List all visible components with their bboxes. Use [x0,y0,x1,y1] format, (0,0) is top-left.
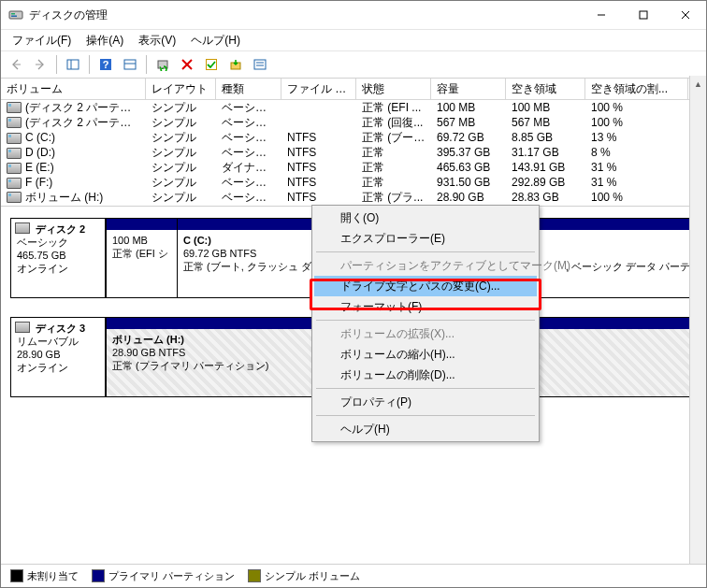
cell-status: 正常 (プラ... [356,190,431,206]
disk3-size: 28.90 GB [17,348,99,361]
cell-volume: F (F:) [1,176,146,189]
menu-view[interactable]: 表示(V) [131,31,183,50]
action-toolbar-button[interactable] [224,53,247,76]
forward-button [29,53,51,76]
ctx-help[interactable]: ヘルプ(H) [314,419,537,439]
table-row[interactable]: (ディスク 2 パーティシ...シンプルベーシック正常 (EFI ...100 … [1,100,706,115]
cell-layout: シンプル [146,100,216,116]
ctx-separator [316,388,535,389]
maximize-button[interactable] [622,2,664,29]
column-header-type[interactable]: 種類 [216,79,281,99]
disk2-header[interactable]: ディスク 2 ベーシック 465.75 GB オンライン [10,218,106,298]
cell-volume: (ディスク 2 パーティシ... [1,100,146,116]
legend-swatch-simple [248,569,261,582]
svg-rect-2 [11,16,17,18]
volume-icon [7,148,22,159]
check-toolbar-button[interactable] [200,53,223,76]
ctx-properties[interactable]: プロパティ(P) [314,392,537,412]
column-header-volume[interactable]: ボリューム [1,79,146,99]
ctx-separator [316,415,535,416]
cell-layout: シンプル [146,130,216,146]
toolbar-separator [89,55,90,74]
table-row[interactable]: ボリューム (H:)シンプルベーシックNTFS正常 (プラ...28.90 GB… [1,190,706,205]
ctx-format[interactable]: フォーマット(F)... [314,296,537,317]
column-header-fs[interactable]: ファイル システム [281,79,356,99]
help-button[interactable]: ? [94,53,117,76]
cell-capacity: 567 MB [431,116,506,129]
column-header-status[interactable]: 状態 [356,79,431,99]
cell-status: 正常 (EFI ... [356,100,431,116]
column-header-layout[interactable]: レイアウト [146,79,216,99]
ctx-separator [316,251,535,252]
disk-management-window: ディスクの管理 ファイル(F) 操作(A) 表示(V) ヘルプ(H) ? ボリュ… [0,0,707,588]
scroll-up-icon[interactable]: ▲ [690,76,706,92]
cell-status: 正常 (回復... [356,115,431,131]
cell-capacity: 395.37 GB [431,146,506,159]
volume-list[interactable]: ボリューム レイアウト 種類 ファイル システム 状態 容量 空き領域 空き領域… [1,79,706,207]
partition-desc: 正常 (ブート, クラッシュ ダ [183,260,311,273]
disk2-type: ベーシック [17,236,99,249]
menu-help[interactable]: ヘルプ(H) [183,31,248,50]
legend-label-simple: シンプル ボリューム [265,569,360,583]
close-button[interactable] [664,2,706,29]
ctx-open[interactable]: 開く(O) [314,208,537,228]
cell-volume: C (C:) [1,131,146,144]
cell-status: 正常 [356,175,431,191]
cell-capacity: 100 MB [431,101,506,114]
show-hide-tree-button[interactable] [62,53,84,76]
ctx-explorer[interactable]: エクスプローラー(E) [314,228,537,249]
svg-rect-9 [67,60,79,69]
volume-icon [7,117,22,128]
window-title: ディスクの管理 [29,7,580,23]
settings-toolbar-button[interactable] [119,53,141,76]
legend-swatch-primary [92,569,105,582]
menu-file[interactable]: ファイル(F) [5,31,79,50]
column-header-capacity[interactable]: 容量 [431,79,506,99]
table-row[interactable]: (ディスク 2 パーティシ...シンプルベーシック正常 (回復...567 MB… [1,115,706,130]
cell-freepct: 31 % [585,161,688,174]
ctx-shrink[interactable]: ボリュームの縮小(H)... [314,344,537,365]
vertical-scrollbar[interactable]: ▲ [689,76,706,565]
svg-rect-13 [124,60,136,69]
disk3-status: オンライン [17,361,99,374]
disk2-partition-efi[interactable]: 100 MB 正常 (EFI シ [106,219,177,297]
toolbar-separator [146,55,147,74]
table-row[interactable]: D (D:)シンプルベーシックNTFS正常395.37 GB31.17 GB8 … [1,145,706,160]
cell-fs: NTFS [281,176,356,189]
table-row[interactable]: F (F:)シンプルベーシックNTFS正常931.50 GB292.89 GB3… [1,175,706,190]
disk2-status: オンライン [17,262,99,275]
volume-icon [7,192,22,203]
menubar: ファイル(F) 操作(A) 表示(V) ヘルプ(H) [1,30,706,51]
cell-free: 8.85 GB [506,131,585,144]
cell-type: ベーシック [216,115,281,131]
cell-layout: シンプル [146,160,216,176]
disk2-partition-c[interactable]: C (C:) 69.72 GB NTFS 正常 (ブート, クラッシュ ダ [177,219,317,297]
cell-type: ベーシック [216,190,281,206]
column-header-freepct[interactable]: 空き領域の割... [585,79,688,99]
volume-icon [7,133,22,144]
disk3-type: リムーバブル [17,335,99,348]
cell-free: 100 MB [506,101,585,114]
toolbar: ? [1,51,706,79]
refresh-button[interactable] [152,53,174,76]
ctx-change-drive-letter[interactable]: ドライブ文字とパスの変更(C)... [314,276,537,296]
ctx-delete[interactable]: ボリュームの削除(D)... [314,365,537,385]
titlebar: ディスクの管理 [1,1,706,30]
cell-freepct: 100 % [585,191,688,204]
properties-toolbar-button[interactable] [249,53,271,76]
back-button [5,53,27,76]
cell-volume: ボリューム (H:) [1,190,146,206]
column-header-free[interactable]: 空き領域 [506,79,585,99]
cell-status: 正常 [356,160,431,176]
cell-volume: D (D:) [1,146,146,159]
partition-size: 100 MB [112,234,171,247]
table-row[interactable]: C (C:)シンプルベーシックNTFS正常 (ブート...69.72 GB8.8… [1,130,706,145]
table-row[interactable]: E (E:)シンプルダイナミックNTFS正常465.63 GB143.91 GB… [1,160,706,175]
menu-action[interactable]: 操作(A) [79,31,131,50]
volume-icon [7,102,22,113]
delete-toolbar-button[interactable] [176,53,198,76]
minimize-button[interactable] [580,2,622,29]
cell-freepct: 13 % [585,131,688,144]
cell-capacity: 931.50 GB [431,176,506,189]
disk3-header[interactable]: ディスク 3 リムーバブル 28.90 GB オンライン [10,317,106,397]
